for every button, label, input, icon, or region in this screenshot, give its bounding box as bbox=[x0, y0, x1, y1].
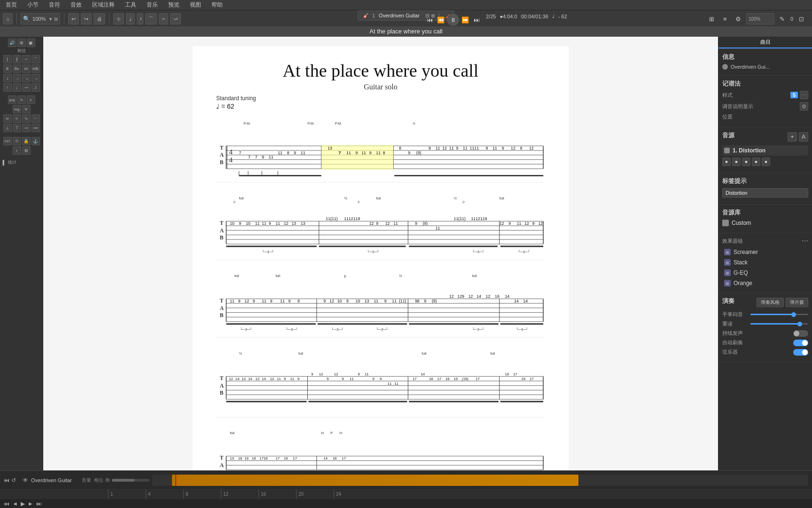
notation-style-badge[interactable]: 5 bbox=[790, 92, 798, 98]
pb-fwd-btn[interactable]: ► bbox=[28, 500, 33, 507]
distortion-item[interactable]: 1. Distortion bbox=[722, 145, 808, 156]
tool-pop[interactable]: pop bbox=[8, 95, 16, 104]
rewind-btn[interactable]: ⏪ bbox=[436, 15, 446, 25]
tool-g1[interactable]: ♪ bbox=[13, 146, 21, 155]
perf-instrument-toggle[interactable] bbox=[793, 349, 808, 356]
mixer-btn[interactable]: ⊞ bbox=[707, 14, 717, 24]
tool-lock[interactable]: 🔒 bbox=[22, 137, 31, 145]
tool-g2[interactable]: ⊞ bbox=[22, 146, 31, 155]
tool-f3[interactable]: ⊸ bbox=[22, 124, 31, 132]
tool-b2[interactable]: 8v bbox=[13, 64, 21, 73]
pause-btn[interactable]: ⏸ bbox=[447, 14, 459, 26]
menu-preview[interactable]: 预览 bbox=[166, 0, 181, 10]
menu-region[interactable]: 区域注释 bbox=[90, 0, 117, 10]
edit-btn[interactable]: ✎ bbox=[777, 14, 788, 24]
expand-btn[interactable]: ⊡ bbox=[796, 14, 806, 24]
bend-tool[interactable]: ⤻ bbox=[170, 13, 181, 24]
menu-home[interactable]: 首页 bbox=[4, 0, 19, 10]
tool-e2[interactable]: ≈ bbox=[13, 114, 21, 123]
tool-f2[interactable]: ⊤ bbox=[13, 124, 21, 132]
perf-style-btn2[interactable]: 弹片拨 bbox=[786, 298, 808, 307]
dist-icon-1[interactable]: ■ bbox=[722, 158, 731, 166]
label-input[interactable] bbox=[722, 188, 808, 198]
pb-next-btn[interactable]: ⏭ bbox=[36, 500, 42, 507]
perf-strum-thumb[interactable] bbox=[797, 322, 802, 326]
menu-note[interactable]: 音符 bbox=[47, 0, 62, 10]
notation-expand-btn[interactable]: ⋯ bbox=[800, 91, 808, 99]
undo-btn[interactable]: ↩ bbox=[68, 13, 79, 24]
tool-txt[interactable]: TXT bbox=[3, 137, 12, 145]
menu-view[interactable]: 视图 bbox=[188, 0, 203, 10]
tool-flag[interactable]: ▣ bbox=[27, 39, 35, 47]
menu-tools[interactable]: 工具 bbox=[123, 0, 138, 10]
tool-e4[interactable]: ⋯ bbox=[31, 114, 40, 123]
sound-add-btn[interactable]: + bbox=[788, 132, 797, 142]
tool-img[interactable]: img bbox=[13, 105, 21, 113]
dist-icon-3[interactable]: ■ bbox=[742, 158, 750, 166]
tool-c3[interactable]: 𝅝 bbox=[22, 74, 31, 82]
menu-measure[interactable]: 小节 bbox=[25, 0, 40, 10]
tool-string[interactable]: ⊞ bbox=[17, 39, 26, 47]
perf-sustain-toggle[interactable] bbox=[793, 330, 808, 337]
dist-icon-4[interactable]: ■ bbox=[752, 158, 760, 166]
tool-a4[interactable]: ⌒ bbox=[31, 55, 40, 64]
notation-display-btn[interactable]: ⚙ bbox=[800, 102, 808, 111]
tool-sound[interactable]: 🔊 bbox=[8, 39, 16, 47]
tool-wave[interactable]: ∿ bbox=[17, 95, 26, 104]
effect-geq[interactable]: ▦ G-EQ bbox=[722, 268, 808, 278]
home-btn[interactable]: ⌂ bbox=[3, 13, 13, 24]
tool-f4[interactable]: ⊶ bbox=[31, 124, 40, 132]
dist-icon-2[interactable]: ■ bbox=[732, 158, 741, 166]
track-eye-btn[interactable]: 👁 bbox=[23, 477, 28, 484]
menu-help[interactable]: 帮助 bbox=[210, 0, 225, 10]
tool-e1[interactable]: ∞ bbox=[3, 114, 12, 123]
effect-screamer[interactable]: ▦ Screamer bbox=[722, 247, 808, 257]
chord-tool[interactable]: 𝄐 bbox=[159, 13, 168, 24]
effect-stack[interactable]: ▦ Stack bbox=[722, 258, 808, 267]
menu-music[interactable]: 音乐 bbox=[145, 0, 160, 10]
track-timeline[interactable] bbox=[152, 475, 808, 486]
perf-palm-slider[interactable] bbox=[750, 314, 808, 315]
score-area[interactable]: At the place where you call Guitar solo … bbox=[43, 37, 718, 508]
tool-slap[interactable]: s bbox=[27, 95, 35, 104]
perf-strum-slider[interactable] bbox=[750, 323, 808, 325]
tool-c2[interactable]: 𝅗 bbox=[13, 74, 21, 82]
redo-btn[interactable]: ↪ bbox=[81, 13, 92, 24]
bottom-first-btn[interactable]: ⏮ bbox=[4, 477, 9, 484]
bottom-loop-btn[interactable]: ↺ bbox=[11, 477, 16, 484]
tool-a3[interactable]: ~ bbox=[22, 55, 31, 64]
effects-chain-more[interactable]: ⋯ bbox=[802, 237, 808, 245]
tool-d3[interactable]: ⤻ bbox=[22, 83, 31, 92]
forward-btn[interactable]: ⏩ bbox=[460, 15, 470, 25]
perf-palm-thumb[interactable] bbox=[791, 312, 796, 317]
first-btn[interactable]: ⏮ bbox=[424, 15, 435, 25]
effect-orange[interactable]: ▦ Orange bbox=[722, 278, 808, 288]
tab-piece[interactable]: 曲目 bbox=[718, 37, 812, 48]
cursor-tool[interactable]: ⊹ bbox=[113, 13, 124, 24]
tool-d1[interactable]: ↑ bbox=[3, 83, 12, 92]
last-btn[interactable]: ⏭ bbox=[471, 15, 482, 25]
tool-f1[interactable]: ⊥ bbox=[3, 124, 12, 132]
tool-anchor[interactable]: ⚓ bbox=[31, 137, 40, 145]
tool-b3[interactable]: m bbox=[22, 64, 31, 73]
perf-auto-strum-toggle[interactable] bbox=[793, 340, 808, 346]
tool-a1[interactable]: | bbox=[3, 55, 12, 64]
menu-effect[interactable]: 音效 bbox=[69, 0, 84, 10]
perf-style-btn1[interactable]: 弹奏风格 bbox=[757, 298, 784, 307]
sound-letter-btn[interactable]: A bbox=[799, 132, 808, 142]
dist-icon-5[interactable]: ■ bbox=[762, 158, 770, 166]
rest-tool[interactable]: 𝄽 bbox=[137, 13, 143, 24]
pb-play-btn[interactable]: ▶ bbox=[21, 500, 25, 507]
print-btn[interactable]: 🖨 bbox=[94, 13, 105, 24]
tool-d4[interactable]: ⤸ bbox=[31, 83, 40, 92]
tool-v[interactable]: V bbox=[22, 105, 31, 113]
tracks-btn[interactable]: ≡ bbox=[720, 14, 730, 24]
tool-b4[interactable]: mb bbox=[31, 64, 40, 73]
pb-rewind-btn[interactable]: ⏮ bbox=[4, 500, 9, 507]
tie-tool[interactable]: ⌒ bbox=[145, 13, 157, 24]
notes-tool[interactable]: ♩ bbox=[126, 13, 135, 24]
tool-b1[interactable]: 8 bbox=[3, 64, 12, 73]
tool-d2[interactable]: ↓ bbox=[13, 83, 21, 92]
tool-img2[interactable]: ⊡ bbox=[13, 137, 21, 145]
settings-btn2[interactable]: ⚙ bbox=[733, 14, 743, 24]
